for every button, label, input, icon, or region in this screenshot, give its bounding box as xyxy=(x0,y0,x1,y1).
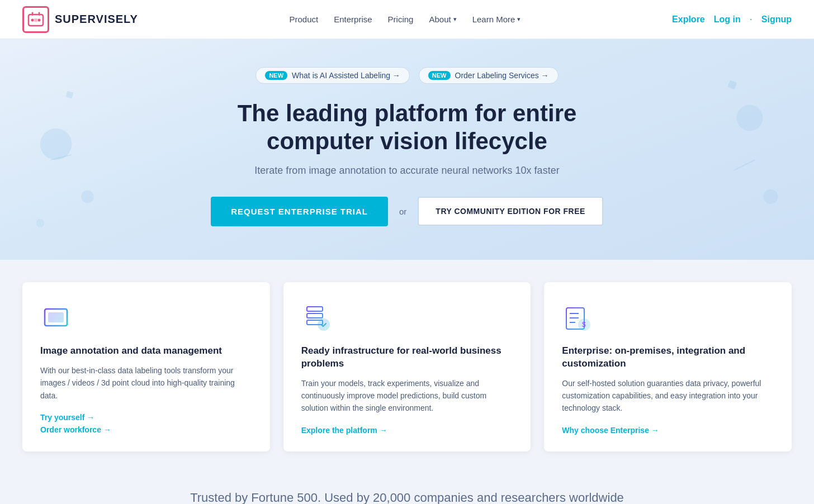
svg-point-7 xyxy=(39,12,40,13)
feature-links-enterprise: Why choose Enterprise → xyxy=(562,426,774,435)
svg-rect-20 xyxy=(307,313,323,318)
feature-desc-enterprise: Our self-hosted solution guaranties data… xyxy=(562,377,774,415)
nav-links: Product Enterprise Pricing About ▾ Learn… xyxy=(290,15,521,24)
feature-title-infrastructure: Ready infrastructure for real-world busi… xyxy=(301,345,513,370)
features-grid: Image annotation and data management Wit… xyxy=(22,282,792,451)
svg-rect-18 xyxy=(48,312,64,322)
hero-title: The leading platform for entire computer… xyxy=(183,99,631,156)
svg-text:$: $ xyxy=(582,321,586,329)
logo[interactable]: SUPERVISELY xyxy=(22,6,138,33)
nav-pricing[interactable]: Pricing xyxy=(388,15,414,24)
nav-product[interactable]: Product xyxy=(290,15,319,24)
feature-links-annotation: Try yourself → Order workforce → xyxy=(40,413,252,434)
order-workforce-link[interactable]: Order workforce → xyxy=(40,425,252,434)
hero-cta: REQUEST ENTERPRISE TRIAL or TRY COMMUNIT… xyxy=(22,197,792,226)
try-community-button[interactable]: TRY COMMUNITY EDITION FOR FREE xyxy=(418,197,603,226)
hero-section: NEW What is AI Assisted Labeling → NEW O… xyxy=(0,39,814,260)
chevron-down-icon: ▾ xyxy=(453,16,457,23)
feature-desc-annotation: With our best-in-class data labeling too… xyxy=(40,364,252,402)
request-enterprise-button[interactable]: REQUEST ENTERPRISE TRIAL xyxy=(211,197,388,226)
signup-button[interactable]: Signup xyxy=(761,15,792,25)
badge-ai-text: What is AI Assisted Labeling → xyxy=(292,71,400,80)
svg-point-22 xyxy=(318,319,329,330)
svg-point-6 xyxy=(32,12,34,13)
trusted-section: Trusted by Fortune 500. Used by 20,000 c… xyxy=(0,474,814,504)
badge-ai-labeling[interactable]: NEW What is AI Assisted Labeling → xyxy=(255,67,409,84)
hero-content: NEW What is AI Assisted Labeling → NEW O… xyxy=(22,67,792,226)
features-section: Image annotation and data management Wit… xyxy=(0,260,814,474)
separator: · xyxy=(750,13,753,25)
svg-rect-3 xyxy=(34,18,37,22)
enterprise-icon: $ xyxy=(562,302,593,334)
feature-links-infrastructure: Explore the platform → xyxy=(301,426,513,435)
badge-order-labeling[interactable]: NEW Order Labeling Services → xyxy=(419,67,559,84)
login-button[interactable]: Log in xyxy=(714,15,741,25)
badge-new-label: NEW xyxy=(265,71,287,80)
badge-new-label2: NEW xyxy=(428,71,451,80)
feature-card-enterprise: $ Enterprise: on-premises, integration a… xyxy=(544,282,792,451)
trusted-title: Trusted by Fortune 500. Used by 20,000 c… xyxy=(22,491,792,504)
explore-platform-link[interactable]: Explore the platform → xyxy=(301,426,513,435)
feature-card-annotation: Image annotation and data management Wit… xyxy=(22,282,270,451)
hero-subtitle: Iterate from image annotation to accurat… xyxy=(22,165,792,177)
annotation-icon xyxy=(40,302,72,334)
logo-icon xyxy=(22,6,49,33)
nav-learn-more[interactable]: Learn More ▾ xyxy=(472,15,521,24)
navbar: SUPERVISELY Product Enterprise Pricing A… xyxy=(0,0,814,39)
nav-actions: Explore Log in · Signup xyxy=(672,13,792,25)
nav-enterprise[interactable]: Enterprise xyxy=(334,15,372,24)
explore-button[interactable]: Explore xyxy=(672,15,705,25)
why-enterprise-link[interactable]: Why choose Enterprise → xyxy=(562,426,774,435)
nav-about[interactable]: About ▾ xyxy=(429,15,456,24)
feature-title-enterprise: Enterprise: on-premises, integration and… xyxy=(562,345,774,370)
svg-point-2 xyxy=(38,18,41,21)
badge-row: NEW What is AI Assisted Labeling → NEW O… xyxy=(22,67,792,84)
chevron-down-icon: ▾ xyxy=(517,16,520,23)
try-yourself-link[interactable]: Try yourself → xyxy=(40,413,252,422)
infrastructure-icon xyxy=(301,302,333,334)
logo-text: SUPERVISELY xyxy=(55,13,138,26)
badge-order-text: Order Labeling Services → xyxy=(455,71,549,80)
svg-rect-19 xyxy=(307,307,323,311)
svg-point-1 xyxy=(31,18,34,21)
feature-title-annotation: Image annotation and data management xyxy=(40,345,252,358)
feature-desc-infrastructure: Train your models, track experiments, vi… xyxy=(301,377,513,415)
feature-card-infrastructure: Ready infrastructure for real-world busi… xyxy=(283,282,531,451)
or-text: or xyxy=(399,207,406,216)
